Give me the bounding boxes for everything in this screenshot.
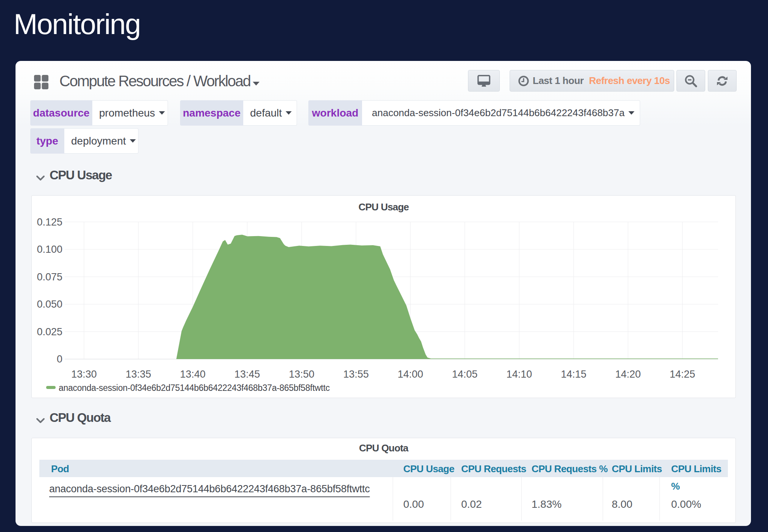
svg-text:13:40: 13:40 [180,369,206,380]
svg-text:14:00: 14:00 [398,369,423,380]
svg-text:14:10: 14:10 [507,369,532,380]
svg-text:13:45: 13:45 [235,369,260,380]
svg-text:14:20: 14:20 [615,369,641,380]
svg-text:13:30: 13:30 [71,369,97,380]
svg-text:0.075: 0.075 [37,271,62,283]
svg-text:13:55: 13:55 [343,369,369,380]
svg-text:anaconda-session-0f34e6b2d7514: anaconda-session-0f34e6b2d75144b6b642224… [59,383,330,393]
svg-text:13:35: 13:35 [126,369,151,380]
svg-text:14:05: 14:05 [452,369,478,380]
svg-text:0.025: 0.025 [37,326,62,338]
svg-text:13:50: 13:50 [289,369,314,380]
svg-text:CPU Usage: CPU Usage [359,201,409,213]
svg-text:0.100: 0.100 [37,244,62,255]
svg-text:14:25: 14:25 [670,369,695,380]
svg-text:0: 0 [57,353,62,365]
svg-text:14:15: 14:15 [561,369,586,380]
svg-text:0.125: 0.125 [37,216,62,228]
svg-text:0.050: 0.050 [37,299,62,310]
